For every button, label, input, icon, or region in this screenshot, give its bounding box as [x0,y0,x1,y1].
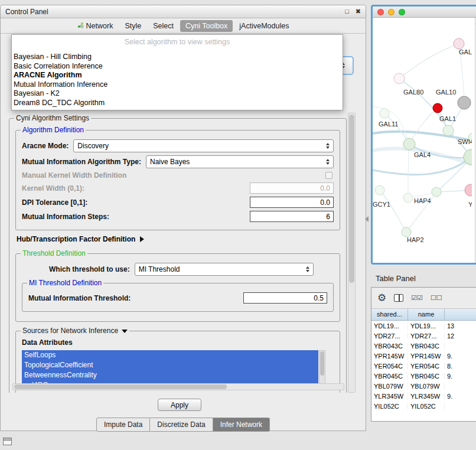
restore-panel-icon[interactable] [3,438,12,445]
kernel-width-input[interactable] [250,182,334,194]
mi-type-row: Mutual Information Algorithm Type: Naive… [22,155,334,168]
table-panel-title: Table Panel [376,274,416,283]
tab-label: jActiveModules [239,22,289,30]
tab-impute-data[interactable]: Impute Data [96,418,150,432]
network-node-hap2[interactable]: HAP2 [402,227,424,243]
table-row[interactable]: YIL052CYIL052C [371,401,476,411]
tab-infer-network[interactable]: Infer Network [213,418,270,432]
network-edge [380,190,406,232]
tab-jactivemodules[interactable]: jActiveModules [234,20,294,32]
tab-cyni-toolbox[interactable]: Cyni Toolbox [180,20,233,32]
settings-vertical-scrollbar[interactable] [348,113,356,393]
table-row[interactable]: YBR043CYBR043C [371,341,476,351]
clear-selection-icon[interactable]: ☐☐ [431,294,442,302]
tab-network[interactable]: Network [72,20,119,32]
zoom-light[interactable] [399,9,405,15]
table-row[interactable]: YBL079WYBL079W [371,381,476,391]
table-header-row: shared...name [371,309,476,321]
mi-steps-row: Mutual Information Steps: [22,211,334,222]
apply-button[interactable]: Apply [158,399,201,411]
settings-scroll-area[interactable]: Cyni Algorithm Settings Algorithm Defini… [8,113,348,393]
close-light[interactable] [377,9,384,15]
table-cell: YDL19... [408,322,445,330]
tab-style[interactable]: Style [119,20,146,32]
table-cell: YER054C [408,363,445,370]
algorithm-option-basic-correlation-inference[interactable]: Basic Correlation Inference [12,62,343,71]
minimize-light[interactable] [388,9,395,15]
table-cell: 9. [445,393,476,400]
combo-arrows-icon [326,143,330,149]
settings-horizontal-scrollbar[interactable] [12,383,344,390]
mi-steps-input[interactable] [250,211,334,222]
table-row[interactable]: YPR145WYPR145W9. [371,351,476,361]
cyni-algorithm-settings-fieldset: Cyni Algorithm Settings Algorithm Defini… [9,114,347,393]
algorithm-option-mutual-information-inference[interactable]: Mutual Information Inference [12,80,343,90]
table-cell: YBR045C [408,373,445,380]
network-node-gcy1[interactable]: GCY1 [373,185,390,208]
mi-threshold-legend: MI Threshold Definition [27,279,103,287]
algorithm-option-aracne-algorithm[interactable]: ARACNE Algorithm [12,71,343,80]
algorithm-option-bayesian-hill-climbing[interactable]: Bayesian - Hill Climbing [12,53,343,62]
network-node-hap4[interactable]: HAP4 [403,193,431,204]
select-all-icon[interactable]: ☑☑ [411,294,423,302]
table-row[interactable]: YBR045CYBR045C9. [371,371,476,381]
table-cell: YIL052C [408,403,445,410]
vertical-scrollbar-thumb[interactable] [349,115,354,283]
attribute-item-topologicalcoefficient[interactable]: TopologicalCoefficient [22,360,318,370]
network-window-titlebar[interactable] [373,6,476,18]
network-node[interactable] [432,187,441,197]
column-header-2[interactable] [445,309,476,320]
network-edge [408,144,409,198]
table-row[interactable]: YDL19...YDL19...13 [371,321,476,331]
control-panel-window: Control Panel □ ✖ NetworkStyleSelectCyni… [0,5,366,431]
columns-icon[interactable] [394,294,403,302]
network-view-window: GALGAL80GAL10GAL11GAL1SWI4GAL4GCY1HAP4YH… [371,5,476,265]
float-window-icon[interactable]: □ [345,8,349,15]
aracne-mode-select[interactable]: Discovery [73,139,334,152]
algorithm-option-bayesian-k2[interactable]: Bayesian - K2 [12,89,343,99]
aracne-mode-row: Aracne Mode: Discovery [22,139,334,152]
network-canvas[interactable]: GALGAL80GAL10GAL11GAL1SWI4GAL4GCY1HAP4YH… [373,18,476,263]
algorithm-option-dream8-dc-tdc-algorithm[interactable]: Dream8 DC_TDC Algorithm [12,99,343,108]
attribute-item-betweennesscentrality[interactable]: BetweennessCentrality [22,370,318,380]
network-node-gal80[interactable]: GAL80 [394,73,423,96]
column-header-shared[interactable]: shared... [371,309,408,320]
column-header-name[interactable]: name [408,309,445,320]
aracne-mode-value: Discovery [77,142,322,150]
threshold-definition-fieldset: Threshold Definition Which threshold to … [15,249,340,322]
tab-select[interactable]: Select [148,20,179,32]
network-node-gal[interactable]: GAL [454,38,472,56]
close-window-icon[interactable]: ✖ [356,8,361,15]
attribute-item-selfloops[interactable]: SelfLoops [22,350,318,360]
table-cell: YIL052C [371,403,408,410]
table-cell: YDR27... [371,332,408,340]
control-panel-titlebar[interactable]: Control Panel □ ✖ [1,5,366,18]
network-node-y[interactable]: Y [465,184,472,208]
manual-kernel-checkbox[interactable] [325,172,332,179]
network-node-gal11[interactable]: GAL11 [379,109,398,128]
network-node-gal1[interactable]: GAL1 [439,115,456,136]
which-threshold-select[interactable]: MI Threshold [135,263,314,276]
hub-definition-toggle[interactable]: Hub/Transcription Factor Definition [17,235,340,243]
splitter-collapse-icon[interactable] [365,216,369,222]
table-row[interactable]: YDR27...YDR27...12 [371,331,476,341]
table-row[interactable]: YER054CYER054C8. [371,361,476,371]
gear-icon[interactable]: ⚙ [377,292,386,304]
dropdown-placeholder: Select algorithm to view settings [12,37,343,47]
list-scrollbar-thumb[interactable] [320,351,324,376]
table-row[interactable]: YLR345WYLR345W9. [371,391,476,401]
network-icon [77,22,84,30]
network-graph: GALGAL80GAL10GAL11GAL1SWI4GAL4GCY1HAP4YH… [373,18,472,261]
sources-legend[interactable]: Sources for Network Inference [21,327,129,335]
tab-label: Cyni Toolbox [185,22,227,30]
algorithm-definition-legend: Algorithm Definition [21,126,86,134]
table-cell: YLR345W [408,393,445,400]
network-node-swi4[interactable]: SWI4 [458,133,472,145]
mi-threshold-input[interactable] [243,292,327,304]
tab-discretize-data[interactable]: Discretize Data [150,418,213,432]
horizontal-scrollbar-thumb[interactable] [14,384,227,389]
chevron-down-icon [122,330,128,333]
dpi-tolerance-input[interactable] [250,197,334,208]
mi-type-select[interactable]: Naive Bayes [146,155,334,168]
network-node[interactable] [433,103,442,113]
